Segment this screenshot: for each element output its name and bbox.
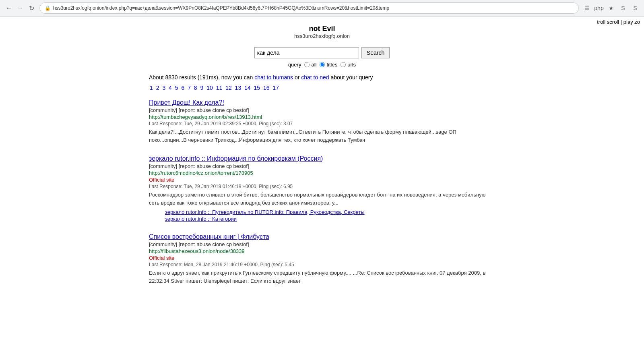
- all-option[interactable]: all: [304, 62, 316, 68]
- result-meta-2: [community] [report: abuse clone cp best…: [149, 163, 495, 169]
- chat-ned-link[interactable]: chat to ned: [301, 74, 329, 81]
- page-link-12[interactable]: 12: [225, 85, 232, 91]
- official-site-3: Official site: [149, 255, 495, 261]
- result-url-3: http://flibustahezeous3.onion/node/38339: [149, 248, 495, 254]
- site-title: not Evil: [149, 25, 495, 33]
- page-link-2[interactable]: 2: [156, 85, 159, 91]
- results-container: Привет Двощ! Как дела?![community] [repo…: [149, 99, 495, 285]
- page-link-7[interactable]: 7: [188, 85, 191, 91]
- separator: |: [621, 19, 622, 25]
- all-radio[interactable]: [304, 62, 310, 67]
- result-item-1: Привет Двощ! Как дела?![community] [repo…: [149, 99, 495, 144]
- site-header: not Evil hss3uro2hsxfogfq.onion: [149, 25, 495, 39]
- nav-buttons: ← → ↻: [4, 3, 36, 13]
- sub-link-2-0[interactable]: зеркало rutor.info :: Путеводитель по RU…: [165, 209, 495, 215]
- titles-option[interactable]: titles: [320, 62, 337, 68]
- troll-scroll-link[interactable]: troll scroll: [597, 19, 619, 25]
- about-text: about your query: [330, 74, 373, 81]
- back-button[interactable]: ←: [4, 3, 14, 13]
- page-content: not Evil hss3uro2hsxfogfq.onion Search q…: [141, 17, 503, 304]
- page-link-16[interactable]: 16: [263, 85, 270, 91]
- pagination: 1 2 3 4 5 6 7 8 9 10 11 12 13 14 15 16 1…: [149, 85, 495, 91]
- result-ping-2: Last Response: Tue, 29 Jan 2019 01:46:18…: [149, 184, 495, 189]
- chat-humans-link[interactable]: chat to humans: [254, 74, 293, 81]
- search-button[interactable]: Search: [361, 47, 390, 58]
- lock-icon: 🔒: [45, 5, 51, 11]
- result-url-1: http://tumbachegvyaadyq.onion/b/res/1391…: [149, 114, 495, 120]
- sub-links-2: зеркало rutor.info :: Путеводитель по RU…: [149, 209, 495, 222]
- result-item-2: зеркало rutor.info :: Информация по блок…: [149, 155, 495, 222]
- sub-link-2-1[interactable]: зеркало rutor.info :: Категории: [165, 216, 495, 222]
- search-options: query all titles urls: [149, 62, 495, 68]
- urls-radio[interactable]: [341, 62, 346, 67]
- official-site-2: Official site: [149, 177, 495, 183]
- result-ping-3: Last Response: Mon, 28 Jan 2019 21:46:19…: [149, 262, 495, 267]
- result-meta-3: [community] [report: abuse clone cp best…: [149, 241, 495, 247]
- titles-radio[interactable]: [320, 62, 325, 67]
- browser-chrome: ← → ↻ 🔒 hss3uro2hsxfogfq.onion/index.php…: [0, 0, 644, 17]
- address-bar[interactable]: 🔒 hss3uro2hsxfogfq.onion/index.php?q=как…: [39, 2, 579, 14]
- page-link-1[interactable]: 1: [150, 85, 153, 91]
- site-url: hss3uro2hsxfogfq.onion: [149, 33, 495, 39]
- php-button[interactable]: php: [594, 3, 604, 13]
- result-ping-1: Last Response: Tue, 29 Jan 2019 02:39:25…: [149, 121, 495, 126]
- result-title-1: Привет Двощ! Как дела?!: [149, 99, 495, 106]
- result-item-3: Список востребованных книг | Флибуста[co…: [149, 233, 495, 285]
- results-summary: About 8830 results (191ms), now you can: [149, 74, 253, 81]
- page-link-3[interactable]: 3: [162, 85, 165, 91]
- page-link-9[interactable]: 9: [200, 85, 204, 91]
- page-link-5[interactable]: 5: [175, 85, 178, 91]
- result-snippet-1: Как дела?!...Достигнут лимит постов...До…: [149, 128, 495, 144]
- query-label: query: [288, 62, 301, 68]
- result-title-link-2[interactable]: зеркало rutor.info :: Информация по блок…: [149, 155, 323, 162]
- result-meta-1: [community] [report: abuse clone cp best…: [149, 107, 495, 113]
- page-link-13[interactable]: 13: [235, 85, 242, 91]
- bookmark-button[interactable]: ★: [606, 3, 616, 13]
- play-zo-link[interactable]: play zo: [623, 19, 640, 25]
- top-right-links: troll scroll | play zo: [597, 19, 640, 25]
- page-link-14[interactable]: 14: [244, 85, 251, 91]
- profile-button[interactable]: S: [618, 3, 628, 13]
- search-form: Search: [254, 47, 390, 58]
- search-input[interactable]: [254, 47, 359, 58]
- browser-actions: ☰ php ★ S S: [582, 3, 640, 13]
- result-snippet-3: Если кто вдруг знает, как прикрутить к Г…: [149, 269, 495, 285]
- profile-button-2[interactable]: S: [630, 3, 640, 13]
- page-link-15[interactable]: 15: [254, 85, 260, 91]
- search-section: Search query all titles urls: [149, 47, 495, 68]
- urls-option[interactable]: urls: [341, 62, 356, 68]
- result-url-2: http://rutorc6mqdinc4cz.onion/torrent/17…: [149, 170, 495, 176]
- page-link-8[interactable]: 8: [194, 85, 197, 91]
- page-link-11[interactable]: 11: [216, 85, 223, 91]
- address-text: hss3uro2hsxfogfq.onion/index.php?q=как+д…: [53, 5, 389, 11]
- or-text: or: [295, 74, 299, 81]
- page-link-17[interactable]: 17: [272, 85, 279, 91]
- result-title-2: зеркало rutor.info :: Информация по блок…: [149, 155, 495, 162]
- page-link-4[interactable]: 4: [169, 85, 172, 91]
- forward-button[interactable]: →: [15, 3, 25, 13]
- result-snippet-2: Роскомнадзор заметно сливает в этой битв…: [149, 191, 495, 207]
- results-info: About 8830 results (191ms), now you can …: [149, 74, 495, 81]
- result-title-link-1[interactable]: Привет Двощ! Как дела?!: [149, 99, 224, 106]
- page-link-10[interactable]: 10: [206, 85, 213, 91]
- result-title-3: Список востребованных книг | Флибуста: [149, 233, 495, 240]
- extensions-button[interactable]: ☰: [582, 3, 592, 13]
- reload-button[interactable]: ↻: [27, 3, 36, 13]
- result-title-link-3[interactable]: Список востребованных книг | Флибуста: [149, 233, 269, 240]
- page-link-6[interactable]: 6: [181, 85, 184, 91]
